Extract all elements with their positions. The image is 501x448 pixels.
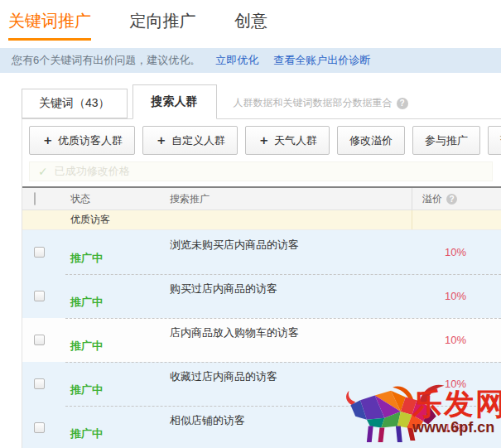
status-badge: 推广中: [70, 283, 103, 310]
group-row-quality-visitor: 优质访客: [22, 210, 501, 230]
status-badge: 推广中: [70, 327, 103, 354]
nav-tab-targeted-promotion[interactable]: 定向推广: [129, 10, 195, 38]
notice-text: 您有6个关键词有出价问题，建议优化。: [12, 53, 200, 68]
button-label: 修改溢价: [349, 133, 393, 148]
row-checkbox[interactable]: [34, 378, 45, 389]
plus-icon: ＋: [155, 132, 167, 148]
premium-help-icon[interactable]: ?: [446, 194, 457, 205]
toolbar: ＋ 优质访客人群 ＋ 自定义人群 ＋ 天气人群 修改溢价 参与推广: [22, 126, 501, 155]
premium-value: 10%: [412, 362, 501, 406]
crowd-table: 状态 搜索推广 溢价 ? 优质访客 推广中 浏览未购买店内商品的: [22, 186, 501, 448]
top-nav: 关键词推广 定向推广 创意: [0, 0, 501, 40]
notice-bar: 您有6个关键词有出价问题，建议优化。 立即优化 查看全账户出价诊断: [0, 48, 501, 73]
row-checkbox[interactable]: [34, 247, 45, 258]
toast-text: 已成功修改价格: [55, 164, 130, 179]
table-row: 推广中 相似店铺的访客 10%: [22, 406, 501, 448]
button-label: 自定义人群: [171, 133, 225, 148]
button-label: 优质访客人群: [58, 133, 123, 148]
main-area: 关键词（43） 搜索人群 人群数据和关键词数据部分数据重合 ? ＋ 优质访客人群…: [22, 84, 501, 448]
crowd-name: 购买过店内商品的访客: [170, 274, 412, 318]
modify-premium-button[interactable]: 修改溢价: [337, 126, 405, 155]
add-quality-visitor-crowd-button[interactable]: ＋ 优质访客人群: [29, 126, 135, 155]
pause-promotion-button[interactable]: 暂停推广: [488, 126, 501, 155]
crowd-name: 店内商品放入购物车的访客: [170, 318, 412, 362]
plus-icon: ＋: [41, 132, 54, 148]
status-badge: 推广中: [70, 239, 103, 266]
add-custom-crowd-button[interactable]: ＋ 自定义人群: [142, 126, 238, 155]
row-checkbox[interactable]: [34, 335, 45, 345]
tab-search-crowd[interactable]: 搜索人群: [132, 84, 217, 119]
plus-icon: ＋: [258, 132, 270, 148]
column-status: 状态: [70, 192, 170, 206]
table-row: 推广中 浏览未购买店内商品的访客 10%: [22, 230, 501, 274]
help-icon[interactable]: ?: [397, 98, 408, 109]
table-row: 推广中 店内商品放入购物车的访客 10%: [22, 318, 501, 362]
check-icon: ✓: [38, 165, 48, 178]
page: 关键词推广 定向推广 创意 您有6个关键词有出价问题，建议优化。 立即优化 查看…: [0, 0, 501, 448]
column-premium: 溢价: [422, 192, 442, 206]
status-badge: 推广中: [70, 415, 103, 441]
premium-value: 10%: [412, 274, 501, 318]
premium-value: 10%: [412, 406, 501, 448]
success-toast: ✓ 已成功修改价格: [29, 161, 493, 181]
tab-keywords[interactable]: 关键词（43）: [22, 89, 128, 118]
row-checkbox[interactable]: [34, 422, 45, 433]
crowd-name: 浏览未购买店内商品的访客: [170, 230, 412, 274]
join-promotion-button[interactable]: 参与推广: [412, 126, 480, 155]
premium-value: 10%: [412, 230, 501, 274]
status-badge: 推广中: [70, 371, 103, 397]
premium-value: 10%: [412, 318, 501, 362]
tab-note-text: 人群数据和关键词数据部分数据重合: [234, 96, 393, 110]
group-label: 优质访客: [70, 213, 170, 227]
table-header: 状态 搜索推广 溢价 ?: [22, 188, 501, 210]
nav-tab-keyword-promotion[interactable]: 关键词推广: [8, 10, 91, 41]
crowd-name: 相似店铺的访客: [170, 406, 412, 448]
optimize-now-link[interactable]: 立即优化: [215, 53, 258, 68]
tab-bar: 关键词（43） 搜索人群 人群数据和关键词数据部分数据重合 ?: [22, 84, 501, 118]
row-checkbox[interactable]: [34, 291, 45, 301]
account-bid-diagnose-link[interactable]: 查看全账户出价诊断: [273, 53, 370, 68]
crowd-name: 收藏过店内商品的访客: [170, 362, 412, 406]
table-row: 推广中 购买过店内商品的访客 10%: [22, 274, 501, 318]
add-weather-crowd-button[interactable]: ＋ 天气人群: [245, 126, 330, 155]
button-label: 天气人群: [274, 133, 317, 148]
content-panel: ＋ 优质访客人群 ＋ 自定义人群 ＋ 天气人群 修改溢价 参与推广: [22, 118, 501, 448]
table-row: 推广中 收藏过店内商品的访客 10%: [22, 362, 501, 406]
column-search-promotion: 搜索推广: [170, 192, 412, 206]
select-all-checkbox[interactable]: [34, 192, 36, 205]
nav-tab-creative[interactable]: 创意: [234, 10, 267, 38]
tab-note: 人群数据和关键词数据部分数据重合 ?: [234, 96, 408, 110]
button-label: 参与推广: [425, 133, 468, 148]
